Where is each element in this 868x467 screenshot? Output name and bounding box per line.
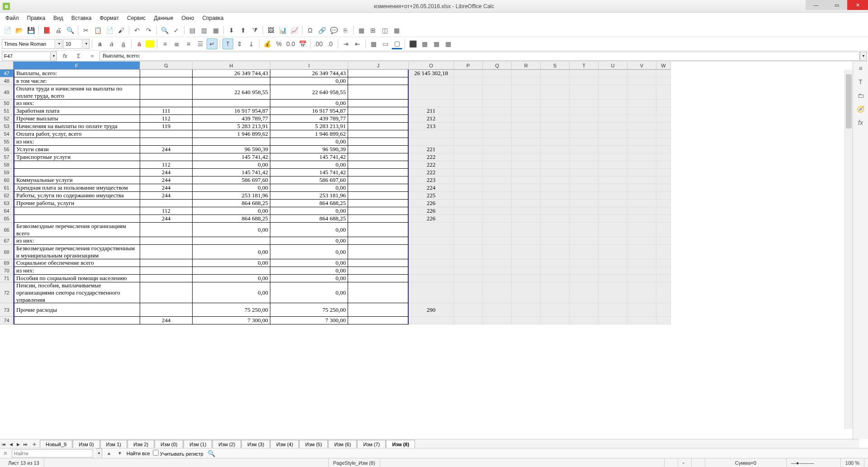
cell[interactable] xyxy=(570,237,599,245)
cell[interactable] xyxy=(454,138,483,146)
cell[interactable] xyxy=(512,130,541,138)
cell[interactable] xyxy=(627,138,656,146)
cell[interactable] xyxy=(541,100,570,107)
cell[interactable] xyxy=(570,245,599,259)
valign-middle-icon[interactable]: ⇕ xyxy=(234,38,245,49)
vertical-scrollbar[interactable] xyxy=(844,70,853,429)
cell[interactable] xyxy=(454,100,483,107)
cell[interactable] xyxy=(512,303,541,317)
number-icon[interactable]: 0.0 xyxy=(285,38,296,49)
cell[interactable] xyxy=(656,138,671,146)
cell[interactable] xyxy=(656,70,671,77)
cell[interactable] xyxy=(409,100,454,107)
cell[interactable] xyxy=(656,282,671,303)
cell[interactable]: 0,00 xyxy=(270,259,348,267)
row-header[interactable]: 60 xyxy=(0,176,14,184)
table-icon[interactable]: ▦ xyxy=(210,25,221,36)
cell[interactable]: 864 688,25 xyxy=(270,215,348,223)
cell[interactable] xyxy=(656,207,671,215)
merge-icon[interactable]: ⬛ xyxy=(407,38,418,49)
cell[interactable]: 223 xyxy=(409,176,454,184)
cell[interactable] xyxy=(512,267,541,275)
cell[interactable]: из них: xyxy=(14,138,140,146)
cell[interactable] xyxy=(656,317,671,324)
cell[interactable] xyxy=(409,275,454,282)
row-icon[interactable]: ▤ xyxy=(187,25,198,36)
cell[interactable]: 253 181,96 xyxy=(270,192,348,200)
font-color-icon[interactable]: a xyxy=(134,38,145,49)
cell[interactable] xyxy=(348,100,409,107)
row-header[interactable]: 63 xyxy=(0,200,14,207)
cell[interactable]: 864 688,25 xyxy=(270,200,348,207)
cell[interactable]: Выплаты, всего: xyxy=(14,70,140,77)
grid-icon[interactable]: ▦ xyxy=(391,25,402,36)
cell-reference-input[interactable] xyxy=(2,52,51,61)
cell[interactable]: 16 917 954,87 xyxy=(270,107,348,115)
cell[interactable] xyxy=(541,130,570,138)
cell[interactable] xyxy=(570,192,599,200)
cell[interactable] xyxy=(409,85,454,100)
style2-icon[interactable]: ▦ xyxy=(431,38,442,49)
cell[interactable] xyxy=(656,77,671,85)
cell[interactable] xyxy=(483,70,512,77)
save-icon[interactable]: 💾 xyxy=(25,25,36,36)
cell[interactable] xyxy=(541,245,570,259)
menu-item[interactable]: Вид xyxy=(50,14,67,23)
cell[interactable] xyxy=(512,207,541,215)
cell[interactable] xyxy=(512,215,541,223)
cell[interactable] xyxy=(570,259,599,267)
cell[interactable]: Работы, услуги по содержанию имущества xyxy=(14,192,140,200)
decrease-indent-icon[interactable]: ⇤ xyxy=(352,38,363,49)
cell[interactable] xyxy=(656,275,671,282)
column-header[interactable]: S xyxy=(541,62,570,70)
find-close-icon[interactable]: ✕ xyxy=(2,450,9,457)
cell[interactable] xyxy=(627,192,656,200)
cell[interactable] xyxy=(656,237,671,245)
cell[interactable] xyxy=(454,282,483,303)
cell[interactable] xyxy=(541,115,570,123)
cell[interactable] xyxy=(348,192,409,200)
cell[interactable] xyxy=(656,169,671,176)
cell[interactable] xyxy=(627,303,656,317)
status-page-style[interactable]: PageStyle_Изм (8) xyxy=(329,458,380,467)
cell[interactable] xyxy=(140,130,193,138)
bold-icon[interactable]: a xyxy=(94,38,105,49)
status-signature[interactable] xyxy=(692,458,705,467)
cell[interactable]: 0,00 xyxy=(270,184,348,192)
cell[interactable] xyxy=(193,237,270,245)
row-header[interactable]: 59 xyxy=(0,169,14,176)
cell[interactable] xyxy=(348,138,409,146)
cell[interactable] xyxy=(140,237,193,245)
row-header[interactable]: 54 xyxy=(0,130,14,138)
cell[interactable] xyxy=(348,115,409,123)
cell[interactable] xyxy=(409,259,454,267)
chart-icon[interactable]: 📊 xyxy=(277,25,288,36)
percent-icon[interactable]: % xyxy=(274,38,284,49)
cell[interactable] xyxy=(483,267,512,275)
border-style-icon[interactable]: ▭ xyxy=(380,38,391,49)
row-header[interactable]: 56 xyxy=(0,146,14,153)
cell[interactable] xyxy=(599,267,627,275)
cell[interactable] xyxy=(483,146,512,153)
row-header[interactable]: 48 xyxy=(0,77,14,85)
header-icon[interactable]: ⎘ xyxy=(340,25,351,36)
sheet-nav-prev-icon[interactable]: ◀ xyxy=(7,440,14,448)
cell[interactable] xyxy=(570,282,599,303)
cell[interactable]: 0,00 xyxy=(193,259,270,267)
cell[interactable] xyxy=(483,77,512,85)
column-header[interactable]: F xyxy=(14,62,140,70)
paste-icon[interactable]: 📄 xyxy=(104,25,115,36)
cell[interactable]: 26 349 744,43 xyxy=(193,70,270,77)
cell[interactable] xyxy=(656,200,671,207)
cell[interactable] xyxy=(454,85,483,100)
cell[interactable] xyxy=(483,259,512,267)
cell[interactable]: 5 283 213,91 xyxy=(193,123,270,130)
cell[interactable] xyxy=(348,223,409,237)
cell[interactable]: 112 xyxy=(140,161,193,169)
cell[interactable] xyxy=(483,223,512,237)
cell[interactable] xyxy=(570,100,599,107)
cell[interactable]: Пенсии, пособия, выплачиваемые организац… xyxy=(14,282,140,303)
row-header[interactable]: 67 xyxy=(0,237,14,245)
cell[interactable] xyxy=(140,259,193,267)
cell[interactable] xyxy=(656,123,671,130)
